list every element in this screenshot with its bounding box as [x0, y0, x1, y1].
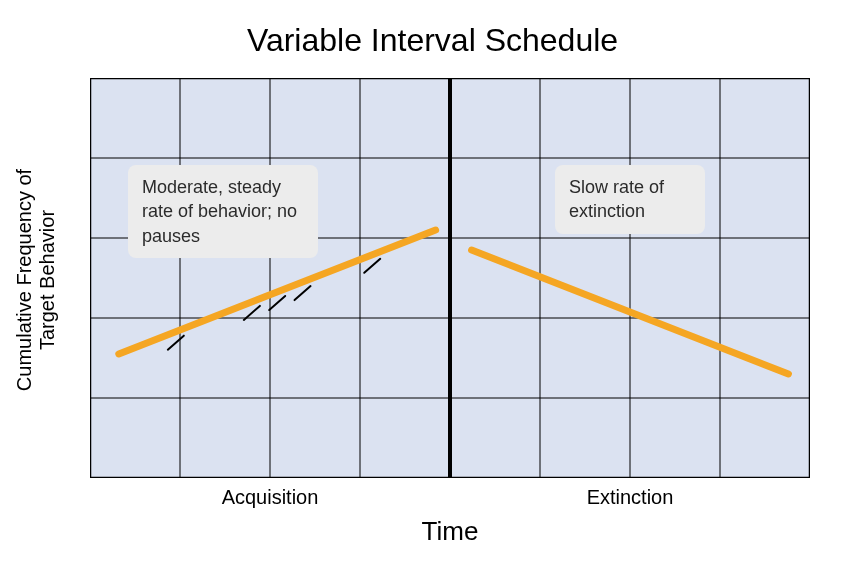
plot-area [90, 78, 810, 478]
y-axis-label: Cumulative Frequency ofTarget Behavior [13, 169, 59, 391]
phase-label-extinction: Extinction [450, 486, 810, 509]
figure-root: Variable Interval Schedule Cumulative Fr… [0, 0, 865, 566]
annotation-acquisition: Moderate, steady rate of behavior; no pa… [128, 165, 318, 258]
plot-svg [90, 78, 810, 478]
chart-title: Variable Interval Schedule [0, 22, 865, 59]
x-axis-label: Time [90, 516, 810, 547]
phase-label-acquisition: Acquisition [90, 486, 450, 509]
phase-labels: Acquisition Extinction [90, 478, 810, 508]
annotation-extinction: Slow rate of extinction [555, 165, 705, 234]
